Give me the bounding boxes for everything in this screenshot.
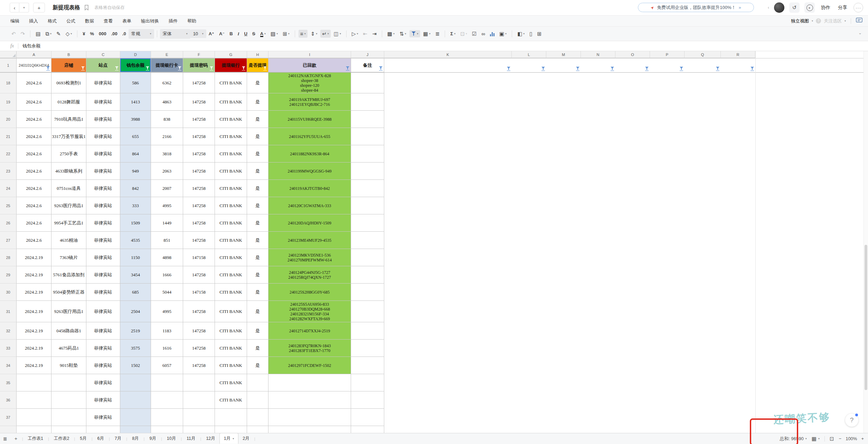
filter-funnel-icon[interactable] [178,66,182,71]
filter-funnel-icon[interactable] [46,66,50,71]
cell-D27[interactable]: 4535 [120,232,151,249]
cell-L32[interactable] [512,322,546,340]
cell-A35[interactable] [17,374,51,391]
cell-Q21[interactable] [685,128,721,145]
present-button[interactable]: ▸ [804,2,815,13]
cell-D32[interactable]: 2519 [120,322,151,340]
cell-J19[interactable] [351,93,384,111]
cell-A25[interactable]: 2024.2.6 [17,197,51,214]
cell-K34[interactable] [384,357,512,374]
cell-F18[interactable]: 147258 [183,73,215,93]
cell-Q36[interactable] [685,391,721,409]
cell-K27[interactable] [384,232,512,249]
cell-J35[interactable] [351,374,384,391]
focus-range-button[interactable]: 关注选区 [824,18,842,24]
cell-C23[interactable]: 菲律宾站 [86,163,120,180]
cell-K35[interactable] [384,374,512,391]
cell-O26[interactable] [615,214,650,232]
cell-R32[interactable] [721,322,755,340]
cell-M29[interactable] [546,266,581,284]
cell-E24[interactable]: 2007 [151,180,183,197]
cell-C20[interactable]: 菲律宾站 [86,111,120,128]
filter-funnel-icon[interactable] [209,66,214,71]
cell-I24[interactable]: 240119AKJTGTB0-842 [268,180,351,197]
cell-H19[interactable]: 是 [247,93,268,111]
cell-J23[interactable] [351,163,384,180]
filter-funnel-icon[interactable] [750,67,754,71]
cell-G19[interactable]: CITI BANK [215,93,247,111]
cell-H34[interactable]: 是 [247,357,268,374]
cell-B27[interactable]: 4635精油 [51,232,86,249]
cell-J[interactable] [351,426,384,433]
cell-H33[interactable]: 是 [247,340,268,357]
cell-I22[interactable]: 24011882NK9S3R-864 [268,145,351,163]
cell-I19[interactable]: 240119AKTFM8UJ-697240121EYQBJBC2-716 [268,93,351,111]
cell-E29[interactable]: 1666 [151,266,183,284]
cell-P20[interactable] [650,111,685,128]
cell-L24[interactable] [512,180,546,197]
cell-E27[interactable]: 851 [151,232,183,249]
cell-R33[interactable] [721,340,755,357]
cell-O30[interactable] [615,284,650,301]
cell-D29[interactable]: 3454 [120,266,151,284]
cell-M32[interactable] [546,322,581,340]
fill-color-icon[interactable]: ▨▾ [269,30,280,38]
cell-P31[interactable] [650,301,685,322]
cell-B29[interactable]: 5761食品添加剂 [51,266,86,284]
cell-O35[interactable] [615,374,650,391]
link-icon[interactable]: ∞ [480,30,487,38]
cell-H36[interactable] [247,391,268,409]
cell-B31[interactable]: 9263医疗用品1 [51,301,86,322]
format-painter-icon[interactable]: ⧉▾ [44,30,53,38]
cell-G33[interactable]: CITI BANK [215,340,247,357]
cell-E26[interactable]: 1449 [151,214,183,232]
cell-M35[interactable] [546,374,581,391]
cell-I18[interactable]: 240112NAKTGNFX-828shopee-38shopee-120sho… [268,73,351,93]
cell-R18[interactable] [721,73,755,93]
cell-Q25[interactable] [685,197,721,214]
cell-Q32[interactable] [685,322,721,340]
cell-C33[interactable]: 菲律宾站 [86,340,120,357]
cell-M24[interactable] [546,180,581,197]
text-wrap-icon[interactable]: ↵▾ [320,30,331,38]
slicer-icon[interactable]: ≣ [434,30,442,38]
row-number[interactable]: 19 [0,93,17,111]
cell-F24[interactable]: 147258 [183,180,215,197]
cell-E28[interactable]: 4898 [151,249,183,266]
increase-decimal-button[interactable]: .00 [110,30,119,37]
freeze-icon[interactable]: ◧▾ [516,30,526,38]
cell-M27[interactable] [546,232,581,249]
cell-B23[interactable]: 4633眼镜系列 [51,163,86,180]
cell-C27[interactable]: 菲律宾站 [86,232,120,249]
cell-P28[interactable] [650,249,685,266]
cell-R26[interactable] [721,214,755,232]
row-number[interactable]: 36 [0,391,17,409]
column-header-G[interactable]: G [215,51,247,58]
column-header-R[interactable]: R [721,51,755,58]
sheet-tab-7月[interactable]: 7月 [111,433,125,444]
sort-icon[interactable]: ⇅▾ [398,30,408,38]
sheet-tab-2月[interactable]: 2月 [238,433,253,444]
cell-P19[interactable] [650,93,685,111]
cell-H1[interactable]: 是否提现 [247,58,268,72]
cell-K33[interactable] [384,340,512,357]
cell-O18[interactable] [615,73,650,93]
cell-O31[interactable] [615,301,650,322]
document-icon[interactable]: ▯ [528,30,534,38]
cell-I23[interactable]: 2401199MWQGGSG-949 [268,163,351,180]
cell-D26[interactable]: 1509 [120,214,151,232]
collaborate-button[interactable]: 协作 [820,4,832,11]
cell-A22[interactable]: 2024.2.6 [17,145,51,163]
cell-Q27[interactable] [685,232,721,249]
cell-J28[interactable] [351,249,384,266]
sheet-tab-11月[interactable]: 11月 [182,433,199,444]
cell-O24[interactable] [615,180,650,197]
column-header-M[interactable]: M [546,51,581,58]
cell-K29[interactable] [384,266,512,284]
comment-panel-icon[interactable] [856,18,862,24]
cell-B24[interactable]: 0751cos道具 [51,180,86,197]
cell-H30[interactable]: 是 [247,284,268,301]
cell-A34[interactable]: 2024.2.19 [17,357,51,374]
cell-P35[interactable] [650,374,685,391]
row-number[interactable]: 34 [0,357,17,374]
